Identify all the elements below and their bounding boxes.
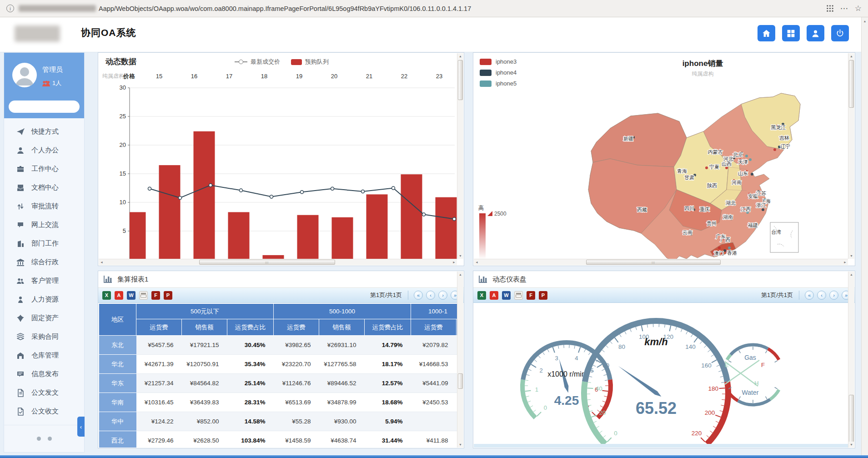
bar-series[interactable]: [125, 131, 457, 260]
export-excel-button[interactable]: X: [477, 291, 486, 300]
panel2-horizontal-scrollbar[interactable]: ◄|||►: [474, 259, 848, 265]
svg-text:160: 160: [701, 362, 712, 369]
sidebar: 管理员 1人 快捷方式个人办公工作中心文档中心审批流转网上交流部门工作综合行政客…: [4, 52, 85, 453]
sidebar-item-customers[interactable]: 客户管理: [4, 272, 84, 290]
logout-button[interactable]: [831, 25, 849, 41]
sidebar-item-asset[interactable]: 固定资产: [4, 309, 84, 327]
panel2-vertical-scrollbar[interactable]: ▲▼: [848, 53, 854, 259]
purchase-icon: [16, 333, 25, 341]
svg-text:台湾: 台湾: [771, 229, 781, 235]
map-legend-item[interactable]: iphone5: [480, 80, 517, 87]
panel3-vertical-scrollbar[interactable]: ▲▼: [457, 272, 463, 448]
browser-address-bar[interactable]: i Aapp/WebObjects/OAapp.woa/wo/com.oa800…: [0, 0, 868, 17]
export-word-button[interactable]: W: [502, 291, 511, 300]
svg-text:25: 25: [120, 113, 126, 120]
next-page-button[interactable]: ›: [829, 291, 838, 300]
svg-text:3: 3: [555, 355, 558, 362]
apps-button[interactable]: [782, 25, 800, 41]
svg-text:甘肃: 甘肃: [684, 175, 694, 180]
value-cell: ¥1458.59: [274, 431, 319, 448]
table-row[interactable]: 西北¥2729.46¥2628.50103.84%¥1458.59¥4638.7…: [99, 431, 457, 448]
gas-water-gauge[interactable]: GasEFWaterCH: [725, 345, 779, 405]
svg-text:15: 15: [120, 170, 126, 177]
print-button[interactable]: [139, 291, 148, 300]
sidebar-item-hr[interactable]: 人力资源: [4, 290, 84, 309]
panel4-vertical-scrollbar[interactable]: ▲▼: [848, 272, 854, 448]
menu-pagination: [4, 425, 84, 452]
map-legend-item[interactable]: iphone4: [480, 69, 517, 76]
table-row[interactable]: 华北¥42671.39¥120750.9135.34%¥23220.70¥127…: [99, 355, 457, 374]
svg-text:10: 10: [120, 199, 126, 206]
print-button[interactable]: [514, 291, 523, 300]
sidebar-item-label: 信息发布: [31, 370, 59, 378]
bookmark-star-icon[interactable]: ☆: [855, 4, 862, 13]
search-input[interactable]: [9, 103, 98, 110]
sidebar-item-bank[interactable]: 综合行政: [4, 253, 84, 272]
svg-text:5: 5: [123, 227, 126, 234]
next-page-button[interactable]: ›: [438, 291, 447, 300]
export-pdf-button[interactable]: A: [115, 291, 123, 300]
customers-icon: [16, 277, 25, 285]
first-page-button[interactable]: «: [414, 291, 423, 300]
user-members[interactable]: 1人: [42, 79, 61, 87]
legend-item-bar[interactable]: 预购队列: [291, 58, 329, 66]
browser-menu-icon[interactable]: ⋯: [840, 4, 848, 13]
url-text[interactable]: Aapp/WebObjects/OAapp.woa/wo/com.oa8000.…: [99, 5, 822, 12]
table-row[interactable]: 东北¥5457.56¥17921.1530.45%¥3982.65¥26931.…: [99, 336, 457, 355]
sidebar-item-doc-in[interactable]: 公文收文: [4, 402, 84, 421]
sidebar-item-chat[interactable]: 网上交流: [4, 216, 84, 234]
prev-page-button[interactable]: ‹: [817, 291, 826, 300]
menu-page-dot[interactable]: [48, 437, 52, 441]
first-page-button[interactable]: «: [805, 291, 814, 300]
region-cell: 华东: [99, 374, 136, 393]
page-scrollbar[interactable]: ▲: [861, 17, 868, 455]
export-excel-button[interactable]: X: [102, 291, 111, 300]
export-f-button[interactable]: F: [151, 291, 160, 300]
avatar[interactable]: [12, 63, 37, 87]
value-cell: ¥55.28: [274, 412, 319, 431]
dept-icon: [16, 240, 25, 248]
table-row[interactable]: 华东¥21257.34¥84564.8225.14%¥11246.76¥8944…: [99, 374, 457, 393]
sidebar-item-info[interactable]: 信息发布: [4, 365, 84, 383]
doc-in-icon: [16, 408, 25, 416]
svg-text:220: 220: [692, 430, 702, 437]
sidebar-item-purchase[interactable]: 采购合同: [4, 327, 84, 346]
map-visual-range-legend[interactable]: 高 2500: [478, 205, 507, 259]
export-p-button[interactable]: P: [164, 291, 172, 300]
profile-button[interactable]: [807, 25, 824, 41]
prev-page-button[interactable]: ‹: [426, 291, 435, 300]
sidebar-item-briefcase[interactable]: 工作中心: [4, 160, 84, 178]
legend-item-line[interactable]: 最新成交价: [235, 58, 280, 66]
apps-grid-icon[interactable]: [826, 5, 834, 12]
legend-swatch-icon: [480, 59, 492, 65]
sidebar-item-flow[interactable]: 审批流转: [4, 197, 84, 216]
china-map-shape[interactable]: [588, 93, 800, 260]
svg-text:H: H: [754, 380, 758, 387]
export-word-button[interactable]: W: [127, 291, 135, 300]
members-icon: [42, 81, 50, 86]
sidebar-item-warehouse[interactable]: 仓库管理: [4, 346, 84, 365]
svg-text:Gas: Gas: [744, 354, 756, 361]
export-pdf-button[interactable]: A: [490, 291, 498, 300]
export-p-button[interactable]: P: [539, 291, 547, 300]
panel1-horizontal-scrollbar[interactable]: ◄|||►: [99, 259, 457, 265]
sidebar-item-docs[interactable]: 文档中心: [4, 178, 84, 197]
table-row[interactable]: 华中¥124.22¥852.0014.58%¥55.28¥930.005.94%: [99, 412, 457, 431]
group-header: 1000-1: [411, 304, 457, 319]
map-legend-item[interactable]: iphone3: [480, 58, 517, 65]
sidebar-item-label: 采购合同: [31, 332, 59, 341]
speed-gauge[interactable]: 020406080100120140160180200220km/h65.52: [584, 321, 728, 444]
sidebar-item-doc-out[interactable]: 公文发文: [4, 383, 84, 402]
home-button[interactable]: [758, 25, 775, 41]
site-info-icon[interactable]: i: [6, 5, 14, 12]
menu-page-dot[interactable]: [37, 437, 41, 441]
panel1-vertical-scrollbar[interactable]: ▲▼: [457, 53, 463, 259]
hr-icon: [16, 296, 25, 304]
sidebar-item-shortcut[interactable]: 快捷方式: [4, 122, 84, 141]
table-row[interactable]: 华南¥10316.45¥36439.8328.31%¥6513.69¥34878…: [99, 393, 457, 412]
export-f-button[interactable]: F: [527, 291, 535, 300]
sidebar-item-person[interactable]: 个人办公: [4, 141, 84, 160]
value-cell: 35.34%: [227, 355, 274, 374]
sidebar-item-dept[interactable]: 部门工作: [4, 234, 84, 253]
sidebar-collapse-button[interactable]: ‹: [77, 417, 85, 437]
